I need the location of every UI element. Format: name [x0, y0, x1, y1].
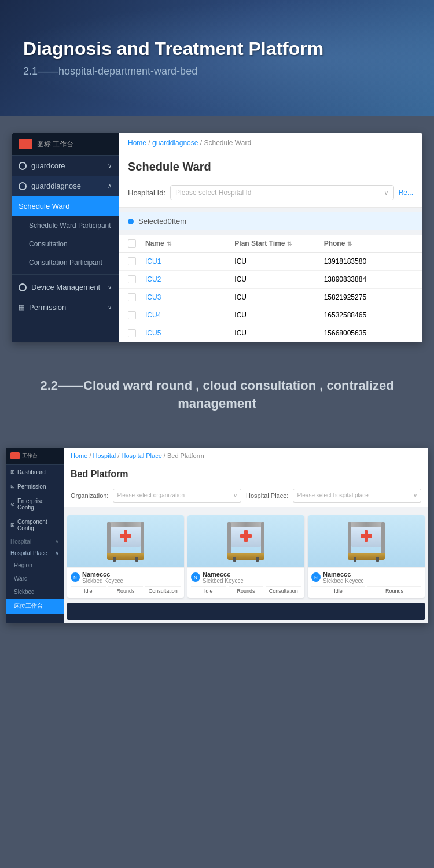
chevron-down-icon: ∧	[108, 183, 112, 189]
chevron-place-icon: ∧	[55, 550, 59, 556]
sidebar-label-permission: Permission	[29, 303, 66, 312]
bed-key: Sickbed Keyccc	[82, 578, 123, 584]
hospital-id-select[interactable]: Please select Hospital Id ∨	[170, 185, 394, 200]
bed-name-row: N Nameccc Sickbed Keyccc	[191, 571, 301, 584]
sidebar2-sub-sickbed[interactable]: Sickbed	[6, 585, 64, 599]
sidebar2-logo-icon	[10, 452, 20, 459]
section-2-title: 2.2——Cloud ward round , cloud consultati…	[23, 377, 411, 413]
table-row: ICU5 ICU 15668005635	[119, 324, 422, 342]
sidebar2-label-component: Component Config	[17, 519, 59, 531]
hero-subtitle: 2.1——hospital-department-ward-bed	[23, 65, 411, 77]
sidebar-label-schedule-ward: Schedule Ward	[19, 202, 69, 210]
section-separator: 2.2——Cloud ward round , cloud consultati…	[0, 360, 434, 430]
bed-action-btn[interactable]: Rounds	[229, 586, 264, 595]
org-placeholder: Please select organization	[117, 492, 185, 498]
row-phone: 15821925275	[324, 293, 413, 301]
hospital-id-placeholder: Please select Hospital Id	[175, 189, 251, 197]
select-arrow-icon: ∨	[384, 189, 389, 197]
row-name[interactable]: ICU5	[145, 329, 234, 337]
row-checkbox[interactable]	[128, 293, 145, 301]
bed-action-btn[interactable]: Rounds	[108, 586, 144, 595]
table-body: ICU1 ICU 13918183580 ICU2 ICU 1389083388…	[119, 253, 422, 342]
bc2-page: Bed Platform	[167, 452, 204, 459]
sidebar-item-schedule-ward-participant[interactable]: Schedule Ward Participant	[12, 216, 119, 235]
breadcrumb-module[interactable]: guarddiagnose	[152, 139, 198, 147]
bed-action-btn[interactable]: Idle	[191, 586, 226, 595]
header-checkbox-box[interactable]	[128, 239, 136, 248]
row-name[interactable]: ICU3	[145, 293, 234, 301]
row-plan: ICU	[234, 275, 323, 283]
sort-plan-icon[interactable]: ⇅	[287, 241, 292, 247]
row-phone: 13890833884	[324, 275, 413, 283]
sidebar2-sub-region[interactable]: Region	[6, 559, 64, 572]
row-checkbox[interactable]	[128, 329, 145, 337]
dashboard-icon: ⊞	[10, 469, 15, 475]
breadcrumb-home[interactable]: Home	[128, 139, 146, 147]
bc2-sub[interactable]: Hospital Place	[121, 452, 161, 459]
place-select[interactable]: Please select hospital place ∨	[293, 489, 421, 503]
sidebar2-hospital-section[interactable]: Hospital ∧	[6, 535, 64, 548]
bc2-home[interactable]: Home	[71, 452, 87, 459]
sidebar-label-guarddiagnose: guarddiagnose	[31, 182, 81, 190]
bed-image	[308, 515, 425, 567]
org-select[interactable]: Please select organization ∨	[113, 489, 241, 503]
bed-action-btn[interactable]: Consultation	[266, 586, 301, 595]
bed-info: N Nameccc Sickbed Keyccc IdleRounds	[308, 567, 425, 598]
bed-actions: IdleRoundsConsultation	[191, 586, 301, 595]
sidebar-item-consultation[interactable]: Consultation	[12, 235, 119, 253]
selected-bar: Selected0Item	[119, 212, 422, 230]
data-table-1: Name ⇅ Plan Start Time ⇅ Phone ⇅ ICU1	[119, 235, 422, 342]
sidebar-logo-text: 图标 工作台	[37, 139, 73, 149]
sort-phone-icon[interactable]: ⇅	[347, 241, 352, 247]
sidebar2-label-sickbed: Sickbed	[14, 589, 35, 595]
sidebar-item-schedule-ward[interactable]: Schedule Ward	[12, 196, 119, 216]
row-phone: 16532588465	[324, 311, 413, 319]
row-name[interactable]: ICU2	[145, 275, 234, 283]
sidebar2-item-dashboard[interactable]: ⊞ Dashboard	[6, 465, 64, 479]
sidebar2-sub-ward[interactable]: Ward	[6, 572, 64, 585]
bc2-module[interactable]: Hospital	[93, 452, 116, 459]
row-checkbox[interactable]	[128, 257, 145, 265]
sidebar-item-guardcore[interactable]: guardcore ∨	[12, 156, 119, 176]
filter-row-2: Organization: Please select organization…	[64, 484, 428, 507]
main-content-2: Home / Hospital / Hospital Place / Bed P…	[64, 448, 428, 623]
sidebar-1: 图标 工作台 guardcore ∨ guarddiagnose ∧ Sched…	[12, 133, 119, 342]
sidebar-divider-1	[12, 274, 119, 275]
sidebar-item-device-mgmt[interactable]: Device Management ∨	[12, 277, 119, 297]
reset-button[interactable]: Re...	[399, 189, 413, 197]
sidebar2-label-dashboard: Dashboard	[17, 469, 46, 475]
sidebar2-item-permission[interactable]: ⊡ Permission	[6, 479, 64, 494]
bed-info: N Nameccc Sickbed Keyccc IdleRoundsConsu…	[67, 567, 184, 598]
sidebar-item-guarddiagnose[interactable]: guarddiagnose ∧	[12, 176, 119, 196]
bed-card[interactable]: N Nameccc Sickbed Keyccc IdleRounds	[308, 515, 425, 598]
sidebar2-sub-workstation[interactable]: 床位工作台	[6, 599, 64, 614]
sidebar2-label-permission: Permission	[17, 483, 46, 490]
table-row: ICU4 ICU 16532588465	[119, 306, 422, 324]
row-plan: ICU	[234, 329, 323, 337]
selected-text: Selected0Item	[138, 217, 186, 226]
row-name[interactable]: ICU1	[145, 257, 234, 265]
sidebar-item-permission[interactable]: ▦ Permission ∨	[12, 297, 119, 317]
bed-action-btn[interactable]: Consultation	[145, 586, 181, 595]
bed-action-btn[interactable]: Idle	[71, 586, 106, 595]
row-name[interactable]: ICU4	[145, 311, 234, 319]
section-1: 图标 工作台 guardcore ∨ guarddiagnose ∧ Sched…	[0, 116, 434, 360]
bed-action-btn[interactable]: Rounds	[367, 586, 421, 595]
row-checkbox[interactable]	[128, 311, 145, 319]
sort-name-icon[interactable]: ⇅	[167, 241, 171, 247]
sidebar-item-consultation-participant[interactable]: Consultation Participant	[12, 253, 119, 272]
bed-avatar: N	[71, 572, 80, 582]
row-plan: ICU	[234, 257, 323, 265]
row-checkbox[interactable]	[128, 275, 145, 283]
bed-image	[187, 515, 304, 567]
sidebar2-hospital-place-section[interactable]: Hospital Place ∧	[6, 548, 64, 559]
main-content-1: Home / guarddiagnose / Schedule Ward Sch…	[119, 133, 422, 342]
sidebar-label-cp: Consultation Participant	[29, 258, 102, 267]
table-row: ICU1 ICU 13918183580	[119, 253, 422, 271]
bed-info: N Nameccc Sickbed Keyccc IdleRoundsConsu…	[187, 567, 304, 598]
bed-action-btn[interactable]: Idle	[311, 586, 365, 595]
bed-card[interactable]: N Nameccc Sickbed Keyccc IdleRoundsConsu…	[187, 515, 304, 598]
bed-card[interactable]: N Nameccc Sickbed Keyccc IdleRoundsConsu…	[67, 515, 184, 598]
sidebar2-item-enterprise[interactable]: ⊙ Enterprise Config	[6, 494, 64, 515]
sidebar2-item-component[interactable]: ⊞ Component Config	[6, 515, 64, 535]
